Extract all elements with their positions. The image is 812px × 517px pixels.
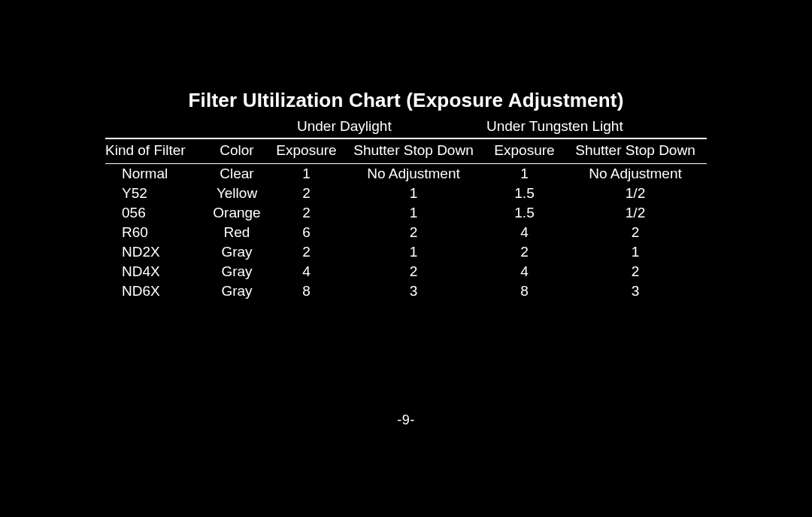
cell-ssd-tun: 2 bbox=[564, 223, 707, 242]
cell-color: Gray bbox=[203, 242, 271, 262]
table-row: Normal Clear 1 No Adjustment 1 No Adjust… bbox=[105, 164, 707, 184]
table-row: ND2X Gray 2 1 2 1 bbox=[105, 242, 707, 262]
cell-color: Yellow bbox=[203, 184, 271, 203]
table-body: Normal Clear 1 No Adjustment 1 No Adjust… bbox=[105, 164, 707, 302]
column-header-row: Kind of Filter Color Exposure Shutter St… bbox=[105, 139, 707, 164]
cell-exp-tun: 1.5 bbox=[485, 203, 564, 223]
filter-table-container: Under Daylight Under Tungsten Light Kind… bbox=[105, 117, 707, 301]
cell-exp-tun: 1.5 bbox=[485, 184, 564, 203]
cell-kind: 056 bbox=[105, 203, 203, 223]
cell-ssd-tun: 2 bbox=[564, 262, 707, 281]
cell-ssd-day: 2 bbox=[342, 262, 485, 281]
cell-ssd-tun: 1/2 bbox=[564, 184, 707, 203]
cell-color: Orange bbox=[203, 203, 271, 223]
cell-exp-day: 2 bbox=[271, 203, 342, 223]
page-number: -9- bbox=[0, 412, 812, 428]
col-exposure-day: Exposure bbox=[271, 139, 342, 164]
table-row: R60 Red 6 2 4 2 bbox=[105, 223, 707, 242]
cell-exp-day: 8 bbox=[271, 281, 342, 301]
cell-ssd-tun: No Adjustment bbox=[564, 164, 707, 184]
cell-ssd-day: 1 bbox=[342, 242, 485, 262]
cell-ssd-day: 3 bbox=[342, 281, 485, 301]
cell-ssd-day: 1 bbox=[342, 184, 485, 203]
cell-exp-tun: 2 bbox=[485, 242, 564, 262]
cell-ssd-tun: 1 bbox=[564, 242, 707, 262]
cell-kind: ND2X bbox=[105, 242, 203, 262]
col-ssd-day: Shutter Stop Down bbox=[342, 139, 485, 164]
cell-ssd-tun: 1/2 bbox=[564, 203, 707, 223]
cell-kind: Normal bbox=[105, 164, 203, 184]
table-row: 056 Orange 2 1 1.5 1/2 bbox=[105, 203, 707, 223]
col-ssd-tun: Shutter Stop Down bbox=[564, 139, 707, 164]
cell-exp-day: 6 bbox=[271, 223, 342, 242]
cell-exp-day: 1 bbox=[271, 164, 342, 184]
cell-exp-day: 2 bbox=[271, 184, 342, 203]
cell-color: Gray bbox=[203, 262, 271, 281]
cell-ssd-tun: 3 bbox=[564, 281, 707, 301]
cell-kind: Y52 bbox=[105, 184, 203, 203]
cell-color: Gray bbox=[203, 281, 271, 301]
cell-kind: ND4X bbox=[105, 262, 203, 281]
cell-kind: R60 bbox=[105, 223, 203, 242]
col-color: Color bbox=[203, 139, 271, 164]
cell-ssd-day: No Adjustment bbox=[342, 164, 485, 184]
document-page: Filter UItilization Chart (Exposure Adju… bbox=[0, 0, 812, 517]
col-kind: Kind of Filter bbox=[105, 139, 203, 164]
cell-exp-day: 2 bbox=[271, 242, 342, 262]
group-header-tungsten: Under Tungsten Light bbox=[485, 117, 707, 138]
cell-color: Red bbox=[203, 223, 271, 242]
page-title: Filter UItilization Chart (Exposure Adju… bbox=[0, 89, 812, 112]
group-header-spacer bbox=[105, 117, 271, 138]
cell-ssd-day: 1 bbox=[342, 203, 485, 223]
cell-color: Clear bbox=[203, 164, 271, 184]
cell-exp-tun: 1 bbox=[485, 164, 564, 184]
table-row: ND4X Gray 4 2 4 2 bbox=[105, 262, 707, 281]
filter-utilization-table: Under Daylight Under Tungsten Light Kind… bbox=[105, 117, 707, 301]
col-exposure-tun: Exposure bbox=[485, 139, 564, 164]
group-header-row: Under Daylight Under Tungsten Light bbox=[105, 117, 707, 138]
cell-exp-tun: 8 bbox=[485, 281, 564, 301]
cell-ssd-day: 2 bbox=[342, 223, 485, 242]
table-row: ND6X Gray 8 3 8 3 bbox=[105, 281, 707, 301]
cell-exp-tun: 4 bbox=[485, 262, 564, 281]
cell-exp-tun: 4 bbox=[485, 223, 564, 242]
cell-kind: ND6X bbox=[105, 281, 203, 301]
group-header-daylight: Under Daylight bbox=[271, 117, 485, 138]
cell-exp-day: 4 bbox=[271, 262, 342, 281]
table-row: Y52 Yellow 2 1 1.5 1/2 bbox=[105, 184, 707, 203]
